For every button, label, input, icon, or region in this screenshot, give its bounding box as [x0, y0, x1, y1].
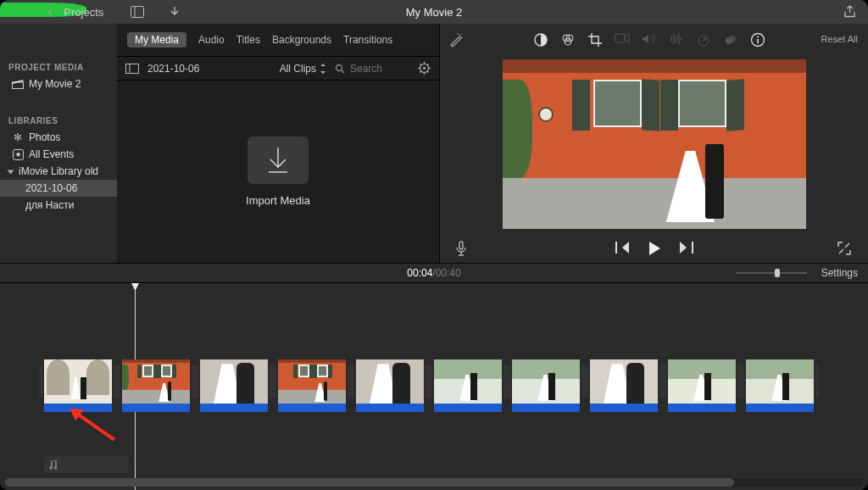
color-correction-icon[interactable]: [560, 32, 576, 47]
time-strip: 00:04 / 00:40 Settings: [0, 263, 868, 283]
clip-trim-handle-left[interactable]: [273, 365, 276, 398]
share-icon[interactable]: [843, 5, 856, 19]
clip-trim-handle-left[interactable]: [585, 365, 588, 398]
browser-tabs: My Media Audio Titles Backgrounds Transi…: [117, 24, 439, 57]
sidebar-event-selected[interactable]: 2021-10-06: [0, 180, 117, 197]
photos-flower-icon: ✻: [12, 131, 24, 143]
clip-trim-handle-left[interactable]: [507, 365, 510, 398]
projects-button[interactable]: Projects: [60, 6, 107, 19]
playback-bar: [440, 234, 868, 263]
stabilization-icon[interactable]: [615, 32, 630, 47]
viewer-panel: Reset All: [440, 24, 868, 263]
import-drop-area[interactable]: Import Media: [117, 81, 439, 263]
imovie-window: Projects My Movie 2 PROJECT MEDIA My Mov…: [0, 0, 868, 490]
clips-filter-label: All Clips: [280, 63, 316, 75]
sidebar: PROJECT MEDIA My Movie 2 LIBRARIES ✻ Pho…: [0, 24, 117, 263]
view-layout-icon[interactable]: [131, 6, 144, 18]
viewer-toolbar: Reset All: [440, 24, 868, 56]
zoom-slider[interactable]: [736, 270, 807, 276]
event-name-label: 2021-10-06: [147, 63, 199, 75]
audio-track-well[interactable]: [44, 456, 129, 473]
clip-trim-handle-right[interactable]: [815, 365, 819, 398]
clip-filter-icon[interactable]: [723, 32, 738, 47]
next-frame-button[interactable]: [680, 242, 693, 255]
fullscreen-icon[interactable]: [837, 242, 851, 255]
tab-backgrounds[interactable]: Backgrounds: [272, 34, 331, 46]
timeline-settings-button[interactable]: Settings: [821, 267, 858, 279]
volume-icon[interactable]: [642, 32, 657, 47]
clip-audio-band: [200, 404, 268, 412]
clip-audio-band: [746, 404, 814, 412]
browser-toolbar: 2021-10-06 All Clips: [117, 57, 439, 81]
noise-reduction-icon[interactable]: [669, 32, 684, 47]
sidebar-item-all-events[interactable]: All Events: [0, 146, 117, 163]
event-selected-label: 2021-10-06: [25, 182, 77, 194]
timeline-clip[interactable]: [44, 359, 112, 412]
clip-audio-band: [122, 404, 190, 412]
svg-point-37: [757, 36, 759, 38]
svg-line-15: [427, 71, 429, 73]
video-track: [44, 359, 814, 412]
clapper-icon: [12, 80, 24, 89]
media-browser: My Media Audio Titles Backgrounds Transi…: [117, 24, 440, 263]
play-button[interactable]: [648, 242, 661, 255]
svg-line-33: [704, 37, 706, 41]
import-media-button[interactable]: [248, 136, 309, 184]
back-chevron-icon[interactable]: [47, 4, 53, 19]
sidebar-item-photos[interactable]: ✻ Photos: [0, 129, 117, 146]
tab-my-media[interactable]: My Media: [127, 32, 186, 47]
scrollbar-thumb[interactable]: [5, 478, 734, 487]
timeline-clip[interactable]: [200, 359, 268, 412]
timeline-clip[interactable]: [590, 359, 658, 412]
timeline-clip[interactable]: [746, 359, 814, 412]
filmstrip-toggle-icon[interactable]: [125, 64, 139, 74]
timeline-clip[interactable]: [668, 359, 736, 412]
clip-trim-handle-left[interactable]: [741, 365, 744, 398]
timeline-horizontal-scrollbar[interactable]: [5, 478, 863, 487]
search-input[interactable]: [350, 63, 409, 75]
color-balance-icon[interactable]: [533, 32, 548, 47]
tab-audio[interactable]: Audio: [198, 34, 225, 46]
enhance-wand-icon[interactable]: [448, 32, 464, 47]
timeline-clip[interactable]: [512, 359, 580, 412]
svg-point-6: [337, 64, 342, 70]
svg-line-7: [342, 70, 344, 73]
clip-trim-handle-left[interactable]: [429, 365, 432, 398]
timeline-clip[interactable]: [434, 359, 502, 412]
svg-point-35: [729, 36, 736, 42]
project-media-header: PROJECT MEDIA: [0, 29, 117, 75]
info-icon[interactable]: [750, 32, 765, 47]
preview-video[interactable]: [503, 59, 806, 229]
tab-titles[interactable]: Titles: [236, 34, 260, 46]
photos-label: Photos: [29, 131, 60, 143]
svg-line-14: [420, 64, 422, 66]
speed-icon[interactable]: [696, 32, 711, 47]
total-time-label: 00:40: [436, 267, 461, 279]
tab-transitions[interactable]: Transitions: [343, 34, 392, 46]
svg-rect-26: [615, 34, 625, 42]
library-name-label: iMovie Library old: [19, 165, 98, 177]
timeline-clip[interactable]: [122, 359, 190, 412]
timeline[interactable]: [0, 283, 868, 490]
timeline-clip[interactable]: [278, 359, 346, 412]
svg-point-21: [457, 33, 459, 35]
clip-trim-handle-left[interactable]: [39, 365, 42, 398]
clip-trim-handle-left[interactable]: [351, 365, 354, 398]
clip-trim-handle-left[interactable]: [663, 365, 666, 398]
clip-audio-band: [590, 404, 658, 412]
sidebar-project-item[interactable]: My Movie 2: [0, 75, 117, 92]
sidebar-library[interactable]: iMovie Library old: [0, 163, 117, 180]
sidebar-event-other[interactable]: для Насти: [0, 197, 117, 214]
prev-frame-button[interactable]: [615, 242, 629, 255]
import-arrow-icon[interactable]: [170, 6, 180, 18]
timeline-clip[interactable]: [356, 359, 424, 412]
browser-settings-gear-icon[interactable]: [418, 62, 431, 75]
svg-line-16: [427, 64, 429, 66]
reset-all-button[interactable]: Reset All: [821, 34, 858, 44]
svg-point-20: [461, 36, 463, 38]
music-note-icon: [49, 459, 58, 471]
clip-trim-handle-left[interactable]: [195, 365, 198, 398]
clip-trim-handle-left[interactable]: [117, 365, 120, 398]
crop-icon[interactable]: [587, 32, 603, 47]
clips-filter-dropdown[interactable]: All Clips: [280, 63, 326, 75]
